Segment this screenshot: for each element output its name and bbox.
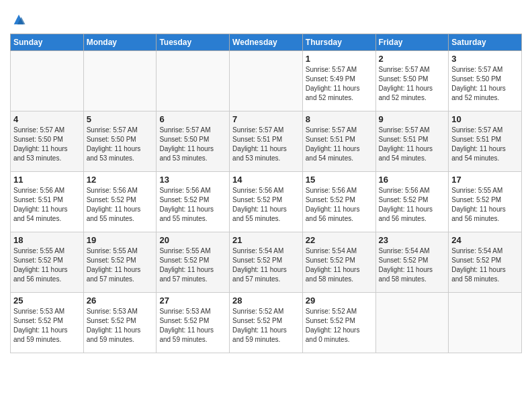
calendar-cell: 18Sunrise: 5:55 AM Sunset: 5:52 PM Dayli… — [11, 232, 84, 293]
cell-content: Sunrise: 5:56 AM Sunset: 5:52 PM Dayligh… — [379, 186, 446, 224]
cell-content: Sunrise: 5:57 AM Sunset: 5:49 PM Dayligh… — [306, 65, 373, 103]
column-header-wednesday: Wednesday — [230, 34, 303, 51]
logo — [10, 12, 26, 30]
cell-content: Sunrise: 5:53 AM Sunset: 5:52 PM Dayligh… — [13, 307, 81, 345]
day-number: 2 — [379, 54, 446, 64]
cell-content: Sunrise: 5:57 AM Sunset: 5:51 PM Dayligh… — [306, 126, 373, 163]
calendar-cell: 24Sunrise: 5:54 AM Sunset: 5:52 PM Dayli… — [449, 232, 522, 293]
day-number: 1 — [306, 54, 373, 64]
column-headers: SundayMondayTuesdayWednesdayThursdayFrid… — [11, 34, 522, 51]
cell-content: Sunrise: 5:52 AM Sunset: 5:52 PM Dayligh… — [306, 307, 373, 345]
day-number: 26 — [87, 295, 154, 306]
column-header-thursday: Thursday — [302, 34, 375, 51]
cell-content: Sunrise: 5:57 AM Sunset: 5:50 PM Dayligh… — [451, 65, 519, 103]
cell-content: Sunrise: 5:52 AM Sunset: 5:52 PM Dayligh… — [232, 307, 300, 345]
calendar-cell: 19Sunrise: 5:55 AM Sunset: 5:52 PM Dayli… — [83, 232, 157, 293]
logo-icon — [11, 12, 26, 27]
calendar-cell: 6Sunrise: 5:57 AM Sunset: 5:50 PM Daylig… — [157, 111, 230, 172]
day-number: 18 — [13, 235, 81, 245]
calendar-cell: 20Sunrise: 5:55 AM Sunset: 5:52 PM Dayli… — [157, 232, 230, 293]
calendar-cell: 22Sunrise: 5:54 AM Sunset: 5:52 PM Dayli… — [302, 232, 375, 293]
cell-content: Sunrise: 5:57 AM Sunset: 5:50 PM Dayligh… — [159, 126, 226, 163]
calendar-cell — [11, 51, 84, 111]
day-number: 24 — [451, 235, 519, 245]
cell-content: Sunrise: 5:54 AM Sunset: 5:52 PM Dayligh… — [232, 246, 300, 284]
calendar-cell: 27Sunrise: 5:53 AM Sunset: 5:52 PM Dayli… — [157, 293, 230, 353]
day-number: 9 — [379, 114, 446, 124]
day-number: 19 — [87, 235, 154, 245]
calendar-cell — [230, 51, 303, 111]
calendar-cell: 8Sunrise: 5:57 AM Sunset: 5:51 PM Daylig… — [302, 111, 375, 172]
calendar-cell: 28Sunrise: 5:52 AM Sunset: 5:52 PM Dayli… — [230, 293, 303, 353]
calendar-body: 1Sunrise: 5:57 AM Sunset: 5:49 PM Daylig… — [11, 51, 522, 353]
calendar-cell: 9Sunrise: 5:57 AM Sunset: 5:51 PM Daylig… — [375, 111, 449, 172]
calendar-cell: 21Sunrise: 5:54 AM Sunset: 5:52 PM Dayli… — [230, 232, 303, 293]
day-number: 23 — [379, 235, 446, 245]
calendar-cell — [375, 293, 449, 353]
cell-content: Sunrise: 5:56 AM Sunset: 5:52 PM Dayligh… — [159, 186, 226, 224]
day-number: 20 — [159, 235, 226, 245]
calendar-cell: 25Sunrise: 5:53 AM Sunset: 5:52 PM Dayli… — [11, 293, 84, 353]
day-number: 4 — [13, 114, 81, 124]
cell-content: Sunrise: 5:56 AM Sunset: 5:52 PM Dayligh… — [232, 186, 300, 224]
column-header-friday: Friday — [375, 34, 449, 51]
cell-content: Sunrise: 5:55 AM Sunset: 5:52 PM Dayligh… — [451, 186, 519, 224]
cell-content: Sunrise: 5:57 AM Sunset: 5:50 PM Dayligh… — [87, 126, 154, 163]
calendar-cell: 17Sunrise: 5:55 AM Sunset: 5:52 PM Dayli… — [449, 172, 522, 232]
calendar-cell: 15Sunrise: 5:56 AM Sunset: 5:52 PM Dayli… — [302, 172, 375, 232]
calendar-cell: 12Sunrise: 5:56 AM Sunset: 5:52 PM Dayli… — [83, 172, 157, 232]
calendar-cell — [449, 293, 522, 353]
calendar-cell: 5Sunrise: 5:57 AM Sunset: 5:50 PM Daylig… — [83, 111, 157, 172]
cell-content: Sunrise: 5:54 AM Sunset: 5:52 PM Dayligh… — [379, 246, 446, 284]
calendar-cell: 29Sunrise: 5:52 AM Sunset: 5:52 PM Dayli… — [302, 293, 375, 353]
day-number: 27 — [159, 295, 226, 306]
calendar-cell: 11Sunrise: 5:56 AM Sunset: 5:51 PM Dayli… — [11, 172, 84, 232]
calendar-cell: 14Sunrise: 5:56 AM Sunset: 5:52 PM Dayli… — [230, 172, 303, 232]
day-number: 6 — [159, 114, 226, 124]
day-number: 13 — [159, 175, 226, 185]
calendar-table: SundayMondayTuesdayWednesdayThursdayFrid… — [10, 34, 522, 353]
cell-content: Sunrise: 5:57 AM Sunset: 5:50 PM Dayligh… — [13, 126, 81, 163]
day-number: 22 — [306, 235, 373, 245]
column-header-monday: Monday — [83, 34, 157, 51]
day-number: 8 — [306, 114, 373, 124]
cell-content: Sunrise: 5:56 AM Sunset: 5:51 PM Dayligh… — [13, 186, 81, 224]
day-number: 25 — [13, 295, 81, 306]
calendar-cell — [83, 51, 157, 111]
day-number: 29 — [306, 295, 373, 306]
cell-content: Sunrise: 5:53 AM Sunset: 5:52 PM Dayligh… — [87, 307, 154, 345]
day-number: 10 — [451, 114, 519, 124]
calendar-cell: 7Sunrise: 5:57 AM Sunset: 5:51 PM Daylig… — [230, 111, 303, 172]
week-row-5: 25Sunrise: 5:53 AM Sunset: 5:52 PM Dayli… — [11, 293, 522, 353]
cell-content: Sunrise: 5:54 AM Sunset: 5:52 PM Dayligh… — [451, 246, 519, 284]
week-row-1: 1Sunrise: 5:57 AM Sunset: 5:49 PM Daylig… — [11, 51, 522, 111]
week-row-4: 18Sunrise: 5:55 AM Sunset: 5:52 PM Dayli… — [11, 232, 522, 293]
day-number: 15 — [306, 175, 373, 185]
cell-content: Sunrise: 5:55 AM Sunset: 5:52 PM Dayligh… — [159, 246, 226, 284]
calendar-cell: 4Sunrise: 5:57 AM Sunset: 5:50 PM Daylig… — [11, 111, 84, 172]
day-number: 21 — [232, 235, 300, 245]
calendar-cell: 26Sunrise: 5:53 AM Sunset: 5:52 PM Dayli… — [83, 293, 157, 353]
header — [10, 7, 522, 30]
column-header-saturday: Saturday — [449, 34, 522, 51]
day-number: 12 — [87, 175, 154, 185]
week-row-2: 4Sunrise: 5:57 AM Sunset: 5:50 PM Daylig… — [11, 111, 522, 172]
day-number: 7 — [232, 114, 300, 124]
cell-content: Sunrise: 5:57 AM Sunset: 5:51 PM Dayligh… — [451, 126, 519, 163]
calendar-cell: 2Sunrise: 5:57 AM Sunset: 5:50 PM Daylig… — [375, 51, 449, 111]
day-number: 14 — [232, 175, 300, 185]
cell-content: Sunrise: 5:54 AM Sunset: 5:52 PM Dayligh… — [306, 246, 373, 284]
calendar-cell: 3Sunrise: 5:57 AM Sunset: 5:50 PM Daylig… — [449, 51, 522, 111]
day-number: 17 — [451, 175, 519, 185]
cell-content: Sunrise: 5:56 AM Sunset: 5:52 PM Dayligh… — [306, 186, 373, 224]
calendar-cell: 13Sunrise: 5:56 AM Sunset: 5:52 PM Dayli… — [157, 172, 230, 232]
calendar-cell: 23Sunrise: 5:54 AM Sunset: 5:52 PM Dayli… — [375, 232, 449, 293]
column-header-tuesday: Tuesday — [157, 34, 230, 51]
day-number: 11 — [13, 175, 81, 185]
day-number: 28 — [232, 295, 300, 306]
calendar-cell: 1Sunrise: 5:57 AM Sunset: 5:49 PM Daylig… — [302, 51, 375, 111]
column-header-sunday: Sunday — [11, 34, 84, 51]
cell-content: Sunrise: 5:56 AM Sunset: 5:52 PM Dayligh… — [87, 186, 154, 224]
calendar-cell: 16Sunrise: 5:56 AM Sunset: 5:52 PM Dayli… — [375, 172, 449, 232]
calendar-cell: 10Sunrise: 5:57 AM Sunset: 5:51 PM Dayli… — [449, 111, 522, 172]
